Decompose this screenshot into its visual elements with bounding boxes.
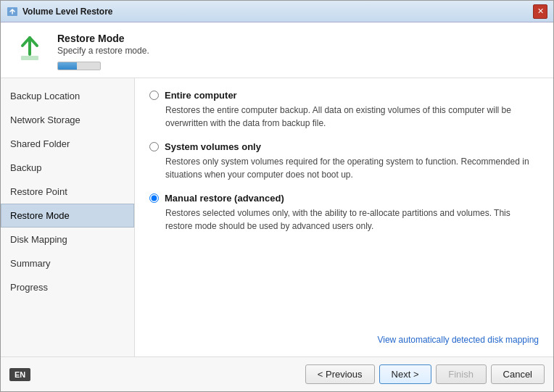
main-window: Volume Level Restore ✕ Restore Mode Spec… (0, 0, 554, 392)
header-subtitle: Specify a restore mode. (57, 46, 149, 56)
disk-mapping-link[interactable]: View automatically detected disk mapping (377, 335, 539, 345)
radio-desc-manual: Restores selected volumes only, with the… (149, 207, 539, 233)
window-title: Volume Level Restore (22, 7, 533, 17)
language-indicator: EN (9, 368, 30, 381)
sidebar-item-restore-mode[interactable]: Restore Mode (1, 204, 134, 228)
radio-label-entire[interactable]: Entire computer (165, 90, 237, 101)
radio-system-volumes[interactable] (149, 142, 159, 151)
radio-row-system[interactable]: System volumes only (149, 141, 539, 152)
radio-row-manual[interactable]: Manual restore (advanced) (149, 193, 539, 204)
header: Restore Mode Specify a restore mode. (1, 22, 553, 78)
radio-desc-system: Restores only system volumes required fo… (149, 155, 539, 181)
main-area: Backup LocationNetwork StorageShared Fol… (1, 78, 553, 356)
sidebar-item-disk-mapping[interactable]: Disk Mapping (1, 228, 134, 251)
svg-rect-1 (21, 56, 38, 60)
sidebar-item-restore-point[interactable]: Restore Point (1, 180, 134, 204)
previous-button[interactable]: < Previous (305, 364, 375, 384)
sidebar-item-network-storage[interactable]: Network Storage (1, 108, 134, 132)
radio-label-manual[interactable]: Manual restore (advanced) (165, 193, 284, 204)
progress-bar-fill (58, 62, 77, 70)
title-bar: Volume Level Restore ✕ (1, 1, 553, 22)
sidebar: Backup LocationNetwork StorageShared Fol… (1, 78, 135, 356)
sidebar-item-backup-location[interactable]: Backup Location (1, 84, 134, 108)
header-progress (57, 62, 149, 70)
link-area: View automatically detected disk mapping (149, 325, 539, 345)
footer-buttons: < Previous Next > Finish Cancel (305, 364, 545, 384)
next-button[interactable]: Next > (379, 364, 431, 384)
restore-icon (12, 31, 47, 66)
sidebar-item-backup[interactable]: Backup (1, 156, 134, 180)
window-icon (7, 6, 18, 17)
cancel-button[interactable]: Cancel (491, 364, 545, 384)
progress-bar (57, 62, 101, 70)
radio-manual-restore[interactable] (149, 193, 159, 203)
radio-label-system[interactable]: System volumes only (165, 141, 261, 152)
option-system-volumes: System volumes only Restores only system… (149, 141, 539, 181)
sidebar-item-progress[interactable]: Progress (1, 275, 134, 299)
footer: EN < Previous Next > Finish Cancel (1, 356, 553, 391)
header-title: Restore Mode (57, 33, 149, 44)
option-entire-computer: Entire computer Restores the entire comp… (149, 90, 539, 130)
radio-entire-computer[interactable] (149, 91, 159, 100)
sidebar-item-shared-folder[interactable]: Shared Folder (1, 132, 134, 156)
radio-row-entire[interactable]: Entire computer (149, 90, 539, 101)
sidebar-item-summary[interactable]: Summary (1, 251, 134, 275)
close-button[interactable]: ✕ (533, 4, 547, 19)
radio-desc-entire: Restores the entire computer backup. All… (149, 104, 539, 130)
header-text: Restore Mode Specify a restore mode. (57, 33, 149, 70)
option-manual-restore: Manual restore (advanced) Restores selec… (149, 193, 539, 233)
finish-button[interactable]: Finish (436, 364, 487, 384)
content-area: Entire computer Restores the entire comp… (135, 78, 553, 356)
